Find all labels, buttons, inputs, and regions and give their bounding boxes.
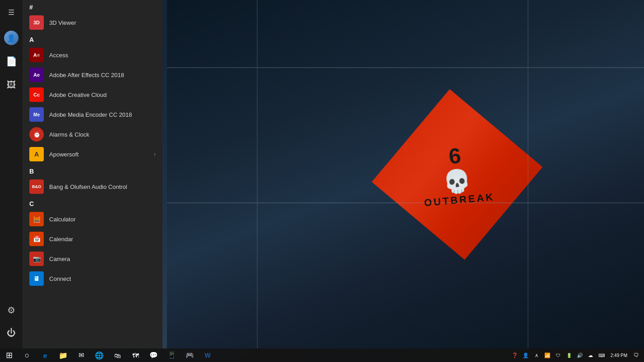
chrome-icon: 🌐	[95, 351, 104, 360]
app-icon-access: A≡	[29, 48, 44, 62]
section-b: B	[23, 164, 162, 177]
app-name-creative-cloud: Adobe Creative Cloud	[49, 92, 156, 98]
taskbar-word[interactable]: W	[199, 348, 217, 362]
tray-clock[interactable]: 2:49 PM	[607, 348, 631, 362]
taskbar-whatsapp[interactable]: 📱	[162, 348, 181, 362]
avatar-icon: 👤	[7, 34, 16, 42]
windows-icon: ⊞	[6, 350, 13, 360]
section-a: A	[23, 32, 162, 45]
settings-icon: ⚙	[7, 305, 15, 316]
list-item[interactable]: Me Adobe Media Encoder CC 2018	[23, 105, 162, 124]
app-list[interactable]: # 3D 3D Viewer A A≡ Access Ae Adobe Afte…	[23, 0, 162, 348]
app-icon-3d-viewer: 3D	[29, 15, 44, 30]
tray-chevron[interactable]: ∧	[531, 348, 542, 362]
tray-network[interactable]: 📶	[542, 348, 553, 362]
red-app-icon: 🎮	[185, 351, 194, 359]
edge-icon: e	[43, 352, 47, 359]
word-icon: W	[204, 352, 210, 359]
sidebar-items: 👤 📄 🖼	[0, 27, 23, 96]
avatar: 👤	[4, 31, 19, 45]
section-c: C	[23, 197, 162, 209]
taskbar-store[interactable]: 🛍	[108, 348, 126, 362]
list-item[interactable]: A Apowersoft ›	[23, 144, 162, 164]
list-item[interactable]: ⏰ Alarms & Clock	[23, 124, 162, 144]
wallpaper: 6 💀 OUTBREAK	[167, 0, 644, 348]
taskbar-chrome[interactable]: 🌐	[90, 348, 108, 362]
list-item[interactable]: 🧮 Calculator	[23, 209, 162, 229]
folder-icon: 📁	[59, 351, 68, 360]
start-menu-sidebar: ☰ 👤 📄 🖼 ⚙ Settings ⏻	[0, 0, 23, 348]
start-button[interactable]: ⊞	[0, 348, 18, 362]
app-icon-after-effects: Ae	[29, 68, 44, 82]
app-name-after-effects: Adobe After Effects CC 2018	[49, 72, 156, 78]
search-circle-icon: ○	[25, 351, 30, 360]
tray-keyboard[interactable]: ⌨	[596, 348, 607, 362]
taskbar-mail[interactable]: ✉	[72, 348, 90, 362]
app-icon-media-encoder: Me	[29, 107, 44, 122]
app-name-camera: Camera	[49, 256, 156, 262]
system-tray: ❓ 👤 ∧ 📶 🛡 🔋 🔊 ☁ ⌨ 2:49 PM 🗨	[510, 348, 644, 362]
app-icon-calendar: 📅	[29, 232, 44, 246]
app-name-apowersoft: Apowersoft	[49, 151, 148, 158]
taskbar-file-explorer[interactable]: 📁	[54, 348, 72, 362]
list-item[interactable]: Cc Adobe Creative Cloud	[23, 85, 162, 105]
tray-defender[interactable]: 🛡	[553, 348, 564, 362]
tray-battery[interactable]: 🔋	[564, 348, 575, 362]
sidebar-item-power[interactable]: ⏻	[0, 321, 23, 344]
whatsapp-icon: 📱	[167, 351, 176, 359]
expand-icon-apowersoft[interactable]: ›	[154, 151, 156, 157]
sidebar-item-avatar[interactable]: 👤	[0, 27, 23, 49]
notification-icon: 🗨	[634, 352, 639, 358]
taskbar-edge[interactable]: e	[36, 348, 54, 362]
app-icon-calculator: 🧮	[29, 212, 44, 226]
barbed-wire-decoration	[167, 0, 644, 348]
tray-help[interactable]: ❓	[510, 348, 520, 362]
store-icon: 🛍	[114, 352, 121, 359]
app-name-3d-viewer: 3D Viewer	[49, 19, 156, 26]
hamburger-icon: ☰	[8, 8, 14, 17]
tray-volume[interactable]: 🔊	[575, 348, 585, 362]
app-name-connect: Connect	[49, 275, 156, 282]
sidebar-item-pictures[interactable]: 🖼	[0, 73, 23, 96]
list-item[interactable]: A≡ Access	[23, 45, 162, 65]
app-name-calendar: Calendar	[49, 236, 156, 243]
taskbar-app-red[interactable]: 🎮	[181, 348, 199, 362]
sidebar-item-documents[interactable]: 📄	[0, 50, 23, 73]
list-item[interactable]: 🖥 Connect	[23, 269, 162, 289]
power-icon: ⏻	[7, 328, 16, 338]
taskbar: ⊞ ○ e 📁 ✉ 🌐 🛍 🗺 💬 📱 🎮 W ❓ 👤	[0, 348, 644, 362]
tray-notification[interactable]: 🗨	[631, 348, 642, 362]
list-item[interactable]: 3D 3D Viewer	[23, 13, 162, 32]
maps-icon: 🗺	[132, 352, 139, 359]
list-item[interactable]: 📷 Camera	[23, 249, 162, 269]
list-item[interactable]: 📅 Calendar	[23, 229, 162, 249]
list-item[interactable]: B&O Bang & Olufsen Audio Control	[23, 177, 162, 197]
documents-icon: 📄	[6, 56, 17, 67]
pictures-icon: 🖼	[7, 80, 16, 90]
app-icon-connect: 🖥	[29, 271, 44, 286]
sidebar-item-settings[interactable]: ⚙ Settings	[0, 299, 23, 321]
tray-people[interactable]: 👤	[520, 348, 531, 362]
app-icon-camera: 📷	[29, 252, 44, 266]
app-icon-bo: B&O	[29, 179, 44, 194]
app-name-alarms: Alarms & Clock	[49, 131, 156, 138]
tray-dropbox[interactable]: ☁	[585, 348, 596, 362]
time-display: 2:49 PM	[611, 353, 627, 358]
list-item[interactable]: Ae Adobe After Effects CC 2018	[23, 65, 162, 85]
messenger-icon: 💬	[149, 351, 158, 359]
app-name-access: Access	[49, 52, 156, 59]
app-name-media-encoder: Adobe Media Encoder CC 2018	[49, 111, 156, 118]
app-icon-creative-cloud: Cc	[29, 87, 44, 102]
taskbar-maps[interactable]: 🗺	[126, 348, 144, 362]
search-button[interactable]: ○	[18, 348, 36, 362]
app-name-calculator: Calculator	[49, 216, 156, 223]
mail-icon: ✉	[79, 351, 84, 359]
app-icon-alarms: ⏰	[29, 127, 44, 142]
app-name-bo: Bang & Olufsen Audio Control	[49, 183, 156, 190]
section-hash: #	[23, 0, 162, 13]
app-icon-apowersoft: A	[29, 147, 44, 161]
hamburger-button[interactable]: ☰	[0, 2, 23, 22]
sidebar-bottom: ⚙ Settings ⏻	[0, 299, 23, 348]
taskbar-messenger[interactable]: 💬	[144, 348, 162, 362]
